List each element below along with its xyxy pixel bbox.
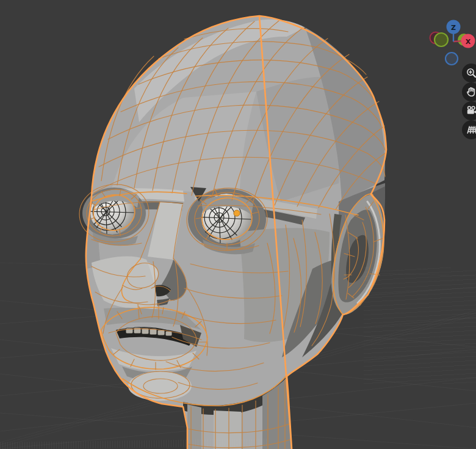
grid-streak-band	[364, 268, 476, 384]
movie-camera-icon	[466, 105, 476, 117]
grid-icon	[466, 124, 476, 136]
axis-z-label: Z	[451, 24, 456, 32]
viewport[interactable]: X Z	[0, 0, 476, 449]
axis-x-label: X	[466, 38, 471, 46]
camera-view-button[interactable]	[462, 101, 476, 120]
navigation-gizmo[interactable]: X Z	[420, 11, 476, 68]
pan-button[interactable]	[462, 82, 476, 101]
origin-dot	[234, 210, 240, 216]
magnifier-plus-icon	[466, 67, 476, 79]
projection-toggle-button[interactable]	[462, 120, 476, 139]
axis-neg-z-ball[interactable]	[445, 53, 458, 65]
hand-icon	[466, 86, 476, 98]
zoom-button[interactable]	[462, 64, 476, 82]
axis-neg-y-ball[interactable]	[435, 33, 448, 46]
